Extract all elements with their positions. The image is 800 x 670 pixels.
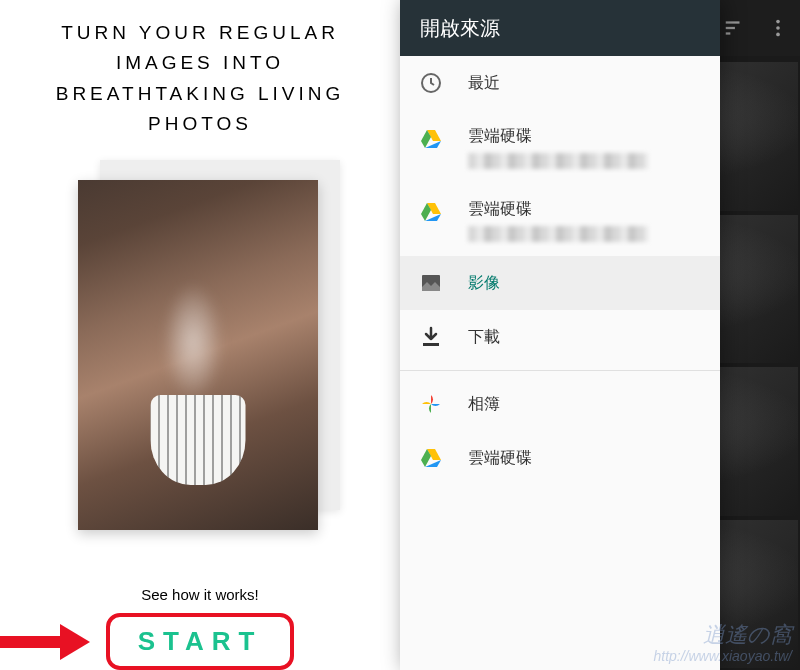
drawer-item-recent[interactable]: 最近 <box>400 56 720 110</box>
image-icon <box>418 270 444 296</box>
start-button[interactable]: START <box>106 613 295 670</box>
google-drive-icon <box>418 126 444 152</box>
drawer-source-list: 最近 雲端硬碟 <box>400 56 720 485</box>
google-photos-icon <box>418 391 444 417</box>
svg-rect-8 <box>423 343 439 346</box>
google-drive-icon <box>418 445 444 471</box>
svg-point-4 <box>776 26 780 30</box>
steam-effect <box>163 282 223 402</box>
onboarding-screen: TURN YOUR REGULAR IMAGES INTO BREATHTAKI… <box>0 0 400 670</box>
clock-icon <box>418 70 444 96</box>
drawer-item-drive-3[interactable]: 雲端硬碟 <box>400 431 720 485</box>
svg-point-5 <box>776 33 780 37</box>
drawer-item-photos[interactable]: 相簿 <box>400 377 720 431</box>
drawer-item-label: 雲端硬碟 <box>468 199 702 220</box>
file-picker-screen: 開啟來源 最近 雲端硬碟 <box>400 0 800 670</box>
sort-icon[interactable] <box>722 16 746 40</box>
attention-arrow-icon <box>0 624 90 660</box>
start-button-container: START <box>106 613 295 670</box>
see-how-label: See how it works! <box>141 586 259 603</box>
google-drive-icon <box>418 199 444 225</box>
divider <box>400 370 720 371</box>
drawer-item-images[interactable]: 影像 <box>400 256 720 310</box>
drawer-item-downloads[interactable]: 下載 <box>400 310 720 364</box>
hero-photo-stack <box>70 168 330 531</box>
watermark: 逍遙の窩 http://www.xiaoyao.tw/ <box>653 622 792 665</box>
open-from-drawer: 開啟來源 最近 雲端硬碟 <box>400 0 720 670</box>
drawer-item-label: 影像 <box>468 273 702 294</box>
drawer-item-label: 下載 <box>468 327 702 348</box>
drawer-item-label: 最近 <box>468 73 702 94</box>
hero-image <box>78 180 318 530</box>
drawer-item-label: 相簿 <box>468 394 702 415</box>
drawer-item-label: 雲端硬碟 <box>468 126 702 147</box>
drawer-item-drive-2[interactable]: 雲端硬碟 <box>400 183 720 256</box>
svg-point-3 <box>776 20 780 24</box>
download-icon <box>418 324 444 350</box>
drawer-title: 開啟來源 <box>400 0 720 56</box>
photo-front-card <box>78 180 318 530</box>
drawer-item-label: 雲端硬碟 <box>468 448 702 469</box>
drawer-item-drive-1[interactable]: 雲端硬碟 <box>400 110 720 183</box>
tagline-text: TURN YOUR REGULAR IMAGES INTO BREATHTAKI… <box>0 18 400 140</box>
redacted-account <box>468 226 648 242</box>
more-icon[interactable] <box>766 16 790 40</box>
redacted-account <box>468 153 648 169</box>
